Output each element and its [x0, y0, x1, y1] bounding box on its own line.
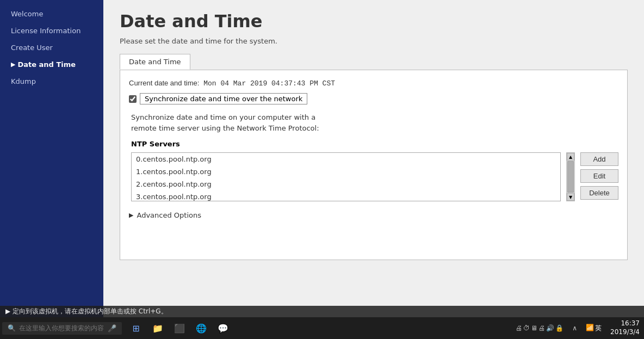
taskbar-right: 🖨 ⏱ 🖥 🖨 🔊 🔒 ∧ 📶 英 16:37 2019/3/4 — [512, 319, 644, 336]
taskbar: 🔍 🎤 ⊞ 📁 ⬛ 🌐 💬 🖨 ⏱ 🖥 🖨 🔊 🔒 ∧ 📶 英 16:37 2 — [0, 317, 644, 339]
advanced-options-row[interactable]: ▶ Advanced Options — [129, 211, 618, 219]
active-arrow-icon: ▶ — [11, 61, 15, 68]
advanced-triangle-icon: ▶ — [129, 212, 133, 219]
page-title: Date and Time — [120, 11, 628, 32]
ntp-section: NTP Servers 0.centos.pool.ntp.org1.cento… — [131, 140, 618, 201]
sync-label: Synchronize date and time over the netwo… — [140, 93, 307, 104]
lock-icon: 🔒 — [555, 324, 564, 332]
clock-date: 2019/3/4 — [610, 328, 640, 337]
scrollbar-thumb[interactable] — [567, 161, 574, 193]
ntp-list-item[interactable]: 2.centos.pool.ntp.org — [132, 178, 560, 190]
ntp-listbox[interactable]: 0.centos.pool.ntp.org1.centos.pool.ntp.o… — [131, 152, 561, 201]
taskbar-apps: ⊞ 📁 ⬛ 🌐 💬 — [122, 318, 237, 338]
ntp-list-container: 0.centos.pool.ntp.org1.centos.pool.ntp.o… — [131, 152, 618, 201]
content-area: Date and Time Please set the date and ti… — [103, 0, 644, 317]
sidebar-item-license[interactable]: License Information — [0, 22, 103, 39]
print-icon2: 🖨 — [538, 324, 545, 332]
delete-button[interactable]: Delete — [580, 186, 618, 200]
ntp-list-item[interactable]: 3.centos.pool.ntp.org — [132, 190, 560, 201]
current-time-value: Mon 04 Mar 2019 04:37:43 PM CST — [203, 79, 335, 88]
clock-time: 16:37 — [610, 319, 640, 328]
taskbar-sys-icons: 🖨 ⏱ 🖥 🖨 🔊 🔒 — [512, 324, 567, 332]
sync-checkbox-row: Synchronize date and time over the netwo… — [129, 93, 618, 104]
lang-label: 英 — [595, 324, 602, 333]
scrollbar-down-btn[interactable]: ▼ — [567, 193, 574, 201]
sync-description: Synchronize date and time on your comput… — [131, 112, 618, 133]
tab-bar: Date and Time — [120, 54, 628, 70]
search-input[interactable] — [19, 324, 104, 332]
sidebar-item-date-time[interactable]: ▶ Date and Time — [0, 56, 103, 73]
search-box: 🔍 🎤 — [2, 322, 122, 335]
sidebar-item-kdump[interactable]: Kdump — [0, 73, 103, 90]
volume-icon[interactable]: 🔊 — [546, 324, 554, 332]
sidebar: Welcome License Information Create User … — [0, 0, 103, 317]
ntp-buttons: Add Edit Delete — [580, 152, 618, 200]
edit-button[interactable]: Edit — [580, 169, 618, 183]
ntp-list-item[interactable]: 1.centos.pool.ntp.org — [132, 165, 560, 178]
taskbar-clock: 16:37 2019/3/4 — [610, 319, 640, 336]
wifi-icon: 📶 — [586, 324, 594, 333]
tab-date-time[interactable]: Date and Time — [120, 54, 190, 70]
taskbar-app-file-explorer[interactable]: 📁 — [148, 318, 168, 338]
search-icon: 🔍 — [8, 324, 16, 332]
ntp-list-item[interactable]: 0.centos.pool.ntp.org — [132, 153, 560, 165]
advanced-options-label: Advanced Options — [137, 211, 201, 219]
expand-icon[interactable]: ∧ — [572, 324, 577, 332]
ntp-title: NTP Servers — [131, 140, 618, 148]
taskbar-expand: ∧ — [569, 324, 580, 332]
taskbar-app-wechat[interactable]: 💬 — [213, 318, 233, 338]
scrollbar-up-btn[interactable]: ▲ — [567, 153, 574, 161]
taskbar-lang: 📶 英 — [583, 324, 605, 333]
taskbar-hint: ▶ 定向到该虚拟机，请在虚拟机内部单击或按 Ctrl+G。 — [0, 306, 644, 317]
printer-icon[interactable]: 🖨 — [516, 324, 522, 332]
ntp-listbox-inner: 0.centos.pool.ntp.org1.centos.pool.ntp.o… — [132, 153, 560, 201]
scrollbar-track: ▲ ▼ — [566, 152, 575, 201]
add-button[interactable]: Add — [580, 152, 618, 166]
current-time-label: Current date and time: — [129, 79, 199, 87]
panel: Current date and time: Mon 04 Mar 2019 0… — [120, 70, 628, 260]
taskbar-app-app3[interactable]: ⬛ — [170, 318, 189, 338]
taskbar-app-chrome[interactable]: 🌐 — [191, 318, 211, 338]
taskbar-app-task-view[interactable]: ⊞ — [126, 318, 146, 338]
sync-checkbox[interactable] — [129, 95, 137, 103]
mic-icon[interactable]: 🎤 — [108, 324, 116, 332]
page-subtitle: Please set the date and time for the sys… — [120, 37, 628, 45]
clock-icon2: ⏱ — [523, 324, 530, 332]
screen-icon: 🖥 — [531, 324, 537, 332]
current-time-row: Current date and time: Mon 04 Mar 2019 0… — [129, 79, 618, 88]
sidebar-item-welcome[interactable]: Welcome — [0, 5, 103, 22]
sidebar-item-create-user[interactable]: Create User — [0, 39, 103, 56]
